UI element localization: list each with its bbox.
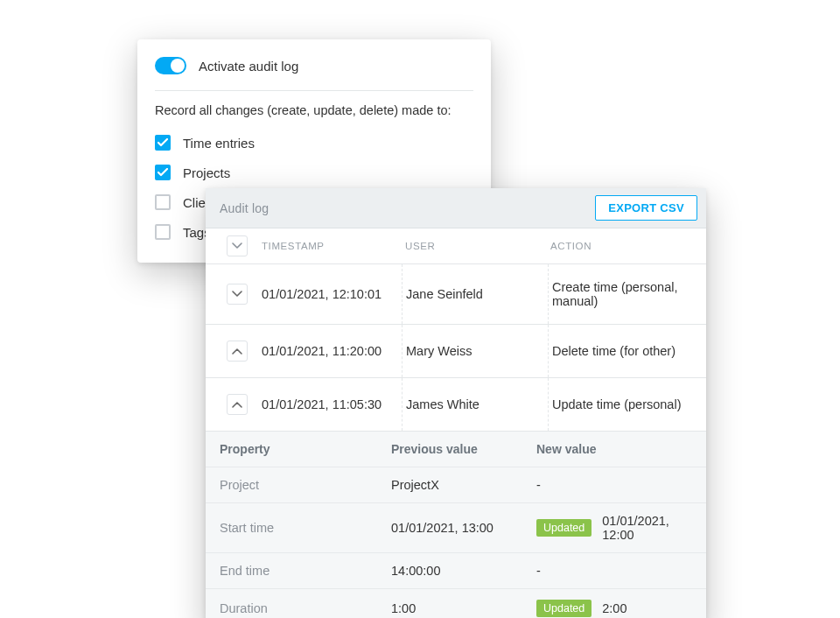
column-header-user: USER [402, 241, 547, 251]
detail-property: Duration [220, 601, 391, 615]
checkbox-tags[interactable] [155, 224, 171, 240]
chevron-down-icon [232, 291, 242, 298]
detail-header-row: Property Previous value New value [206, 432, 706, 467]
detail-row: Duration 1:00 Updated 2:00 [206, 589, 706, 618]
log-action: Delete time (for other) [549, 344, 696, 358]
row-expand-toggle[interactable] [227, 284, 248, 305]
log-action: Create time (personal, manual) [549, 280, 696, 308]
chevron-up-icon [232, 348, 242, 355]
settings-description: Record all changes (create, update, dele… [155, 103, 473, 117]
detail-new-value: - [536, 478, 541, 492]
log-user: James White [402, 397, 548, 411]
chevron-down-icon [232, 242, 242, 249]
chevron-up-icon [232, 401, 242, 408]
checkbox-projects[interactable] [155, 165, 171, 180]
updated-badge: Updated [536, 600, 592, 617]
activate-toggle-row: Activate audit log [155, 57, 473, 91]
audit-log-header: Audit log EXPORT CSV [206, 188, 706, 228]
detail-previous: 14:00:00 [391, 564, 536, 578]
column-header-timestamp: TIMESTAMP [258, 241, 402, 251]
checkbox-time-entries[interactable] [155, 135, 171, 151]
detail-row: Start time 01/01/2021, 13:00 Updated 01/… [206, 503, 706, 553]
updated-badge: Updated [536, 519, 592, 537]
checkbox-row-time-entries: Time entries [155, 128, 473, 158]
checkbox-label: Projects [183, 165, 230, 180]
activate-toggle-label: Activate audit log [199, 59, 298, 74]
detail-previous: 1:00 [391, 601, 536, 615]
checkbox-row-projects: Projects [155, 158, 473, 187]
audit-log-row: 01/01/2021, 11:05:30 James White Update … [206, 378, 706, 432]
log-timestamp: 01/01/2021, 11:20:00 [258, 344, 402, 358]
detail-new-value: 01/01/2021, 12:00 [602, 514, 692, 542]
detail-row: Project ProjectX - [206, 467, 706, 503]
row-expand-toggle[interactable] [227, 341, 248, 362]
detail-property: End time [220, 564, 391, 578]
detail-header-previous: Previous value [391, 442, 536, 456]
audit-log-card: Audit log EXPORT CSV TIMESTAMP USER ACTI… [206, 188, 706, 618]
audit-log-column-header: TIMESTAMP USER ACTION [206, 228, 706, 264]
detail-row: End time 14:00:00 - [206, 553, 706, 589]
log-user: Jane Seinfeld [402, 287, 548, 301]
log-timestamp: 01/01/2021, 12:10:01 [258, 287, 402, 301]
detail-header-new: New value [536, 442, 692, 456]
activate-audit-toggle[interactable] [155, 57, 186, 74]
expand-all-toggle[interactable] [227, 235, 248, 256]
row-expand-toggle[interactable] [227, 394, 248, 415]
detail-new-value: 2:00 [602, 601, 626, 615]
checkbox-label: Time entries [183, 136, 255, 151]
log-user: Mary Weiss [402, 344, 548, 358]
checkbox-clients[interactable] [155, 194, 171, 210]
detail-previous: 01/01/2021, 13:00 [391, 521, 536, 535]
export-csv-button[interactable]: EXPORT CSV [595, 195, 697, 221]
audit-log-row: 01/01/2021, 12:10:01 Jane Seinfeld Creat… [206, 264, 706, 325]
detail-property: Start time [220, 521, 391, 535]
detail-property: Project [220, 478, 391, 492]
detail-new-value: - [536, 564, 541, 578]
column-header-action: ACTION [547, 241, 696, 251]
log-action: Update time (personal) [549, 397, 696, 411]
log-timestamp: 01/01/2021, 11:05:30 [258, 397, 402, 411]
audit-detail-panel: Property Previous value New value Projec… [206, 432, 706, 618]
detail-header-property: Property [220, 442, 391, 456]
audit-log-title: Audit log [220, 201, 269, 215]
detail-previous: ProjectX [391, 478, 536, 492]
audit-log-row: 01/01/2021, 11:20:00 Mary Weiss Delete t… [206, 325, 706, 378]
